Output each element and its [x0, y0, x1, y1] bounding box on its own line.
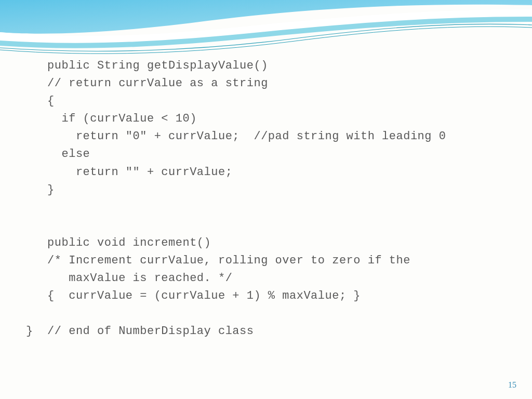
code-block: public String getDisplayValue() // retur… — [26, 57, 506, 341]
code-line: maxValue is reached. */ — [26, 272, 232, 285]
code-line: public String getDisplayValue() — [26, 59, 268, 72]
wave-decoration — [0, 0, 532, 62]
code-line: // return currValue as a string — [26, 77, 268, 90]
code-line: } // end of NumberDisplay class — [26, 325, 254, 338]
code-line: { — [26, 95, 55, 108]
code-line: return "0" + currValue; //pad string wit… — [26, 130, 446, 143]
code-line: public void increment() — [26, 236, 211, 249]
page-number: 15 — [508, 380, 516, 390]
code-line: } — [26, 183, 55, 196]
code-line: else — [26, 148, 90, 161]
code-line: return "" + currValue; — [26, 166, 232, 179]
code-line: if (currValue < 10) — [26, 112, 197, 125]
code-line: /* Increment currValue, rolling over to … — [26, 254, 410, 267]
code-line: { currValue = (currValue + 1) % maxValue… — [26, 289, 361, 302]
